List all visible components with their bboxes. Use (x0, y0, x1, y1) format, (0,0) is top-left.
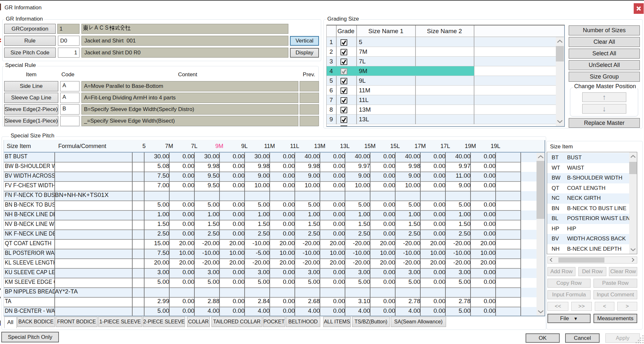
svg-text:S: S (105, 25, 108, 31)
svg-text:A: A (95, 25, 98, 31)
svg-text:C: C (100, 25, 104, 31)
